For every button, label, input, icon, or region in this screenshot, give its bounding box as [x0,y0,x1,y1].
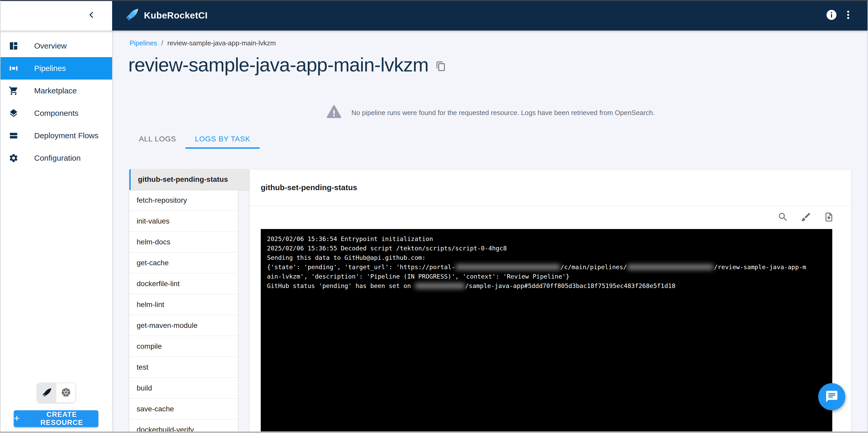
kuberocketci-app: KubeRocketCI [0,0,868,433]
pipelines-icon [9,63,19,73]
layers-icon [9,108,19,118]
task-list-item[interactable]: save-cache [129,399,238,420]
cart-icon [9,86,19,96]
rocket-view-toggle-button[interactable] [37,383,56,402]
dashboard-icon [9,41,19,51]
kubernetes-icon [61,387,71,399]
sidebar-header [0,0,112,31]
breadcrumb-separator: / [161,39,163,47]
task-list-item[interactable]: init-values [129,211,238,231]
notice-text: No pipeline runs were found for the requ… [351,109,655,117]
task-list-item[interactable]: helm-docs [129,231,238,252]
gear-icon [9,153,19,163]
task-list-item[interactable]: get-cache [129,252,238,273]
create-resource-button[interactable]: + CREATE RESOURCE [14,410,98,427]
sidebar-item-marketplace[interactable]: Marketplace [0,80,112,102]
sidebar-item-label: Components [34,109,79,118]
more-options-button[interactable] [840,7,857,24]
create-resource-label: CREATE RESOURCE [25,410,98,427]
sidebar-item-label: Overview [34,41,67,50]
sidebar-item-label: Deployment Flows [34,131,98,140]
page-title: review-sample-java-app-main-lvkzm [128,54,428,76]
chat-icon [825,390,839,404]
task-list-item[interactable]: build [129,378,238,399]
info-icon [826,9,837,22]
sidebar-item-pipelines[interactable]: Pipelines [0,57,112,80]
redacted-text [415,283,465,289]
rocket-logo-icon [125,7,140,24]
log-terminal[interactable]: 2025/02/06 15:36:54 Entrypoint initializ… [261,229,832,433]
tab-all-logs[interactable]: ALL LOGS [130,130,185,148]
search-icon [777,212,788,223]
task-list-item[interactable]: compile [129,336,238,357]
logs-tabs: ALL LOGS LOGS BY TASK [130,130,260,148]
brand[interactable]: KubeRocketCI [125,7,208,24]
log-toolbar [250,206,851,229]
breadcrumb: Pipelines / review-sample-java-app-main-… [130,39,276,47]
sidebar-collapse-button[interactable] [84,8,98,23]
search-logs-button[interactable] [777,211,789,223]
no-pipeline-runs-notice: No pipeline runs were found for the requ… [112,103,868,122]
log-line: {'state': 'pending', 'target_url': 'http… [267,262,826,272]
download-logs-button[interactable] [823,211,835,223]
log-line: 2025/02/06 15:36:55 Decoded script /tekt… [267,244,826,253]
task-list-item[interactable]: dockerbuild-verify [129,420,238,433]
sidebar-item-label: Pipelines [34,64,66,73]
sidebar-item-overview[interactable]: Overview [0,35,112,57]
log-line: 2025/02/06 15:36:54 Entrypoint initializ… [267,234,826,244]
copy-icon [436,68,446,72]
chevron-left-icon [86,10,96,21]
breadcrumb-pipelines-link[interactable]: Pipelines [130,39,157,47]
log-viewer-card: github-set-pending-status [250,169,851,433]
kubernetes-view-toggle-button[interactable] [56,383,75,402]
rocket-icon [41,387,53,399]
sidebar-item-deployment-flows[interactable]: Deployment Flows [0,124,112,147]
log-line: Sending this data to GitHub@api.github.c… [267,253,826,262]
task-item-selected[interactable]: github-set-pending-status [129,169,249,190]
log-line: ain-lvkzm', 'description': 'Pipeline (IN… [267,272,826,281]
page-title-row: review-sample-java-app-main-lvkzm [128,54,446,76]
task-list-item[interactable]: dockerfile-lint [129,273,238,294]
sidebar-item-label: Configuration [34,154,81,162]
sidebar-item-label: Marketplace [34,86,76,95]
top-bar: KubeRocketCI [0,0,868,31]
clear-logs-button[interactable] [800,211,812,223]
brand-title: KubeRocketCI [144,10,208,21]
sidebar-item-components[interactable]: Components [0,102,112,124]
redacted-text [627,264,713,270]
tab-logs-by-task[interactable]: LOGS BY TASK [185,130,260,148]
app-header: KubeRocketCI [112,0,868,31]
brush-icon [801,212,811,223]
task-list: fetch-repositoryinit-valueshelm-docsget-… [129,190,238,433]
file-download-icon [824,212,834,223]
redacted-text [456,264,560,270]
view-toggle-group [37,383,75,403]
plus-icon: + [14,413,20,423]
copy-title-button[interactable] [436,61,446,72]
task-list-item[interactable]: get-maven-module [129,315,238,336]
breadcrumb-current: review-sample-java-app-main-lvkzm [167,39,276,47]
log-viewer-heading: github-set-pending-status [250,169,851,206]
chat-fab-button[interactable] [818,383,845,410]
info-button[interactable] [823,7,840,24]
task-list-item[interactable]: test [129,357,238,378]
stack-icon [9,130,19,141]
sidebar: Overview Pipelines Marketplace [0,31,112,433]
log-line: GitHub status 'pending' has been set on … [267,281,826,290]
sidebar-item-configuration[interactable]: Configuration [0,147,112,169]
task-list-item[interactable]: helm-lint [129,294,238,315]
task-list-item[interactable]: fetch-repository [129,190,238,211]
warning-icon [326,104,343,121]
kebab-menu-icon [842,9,854,21]
